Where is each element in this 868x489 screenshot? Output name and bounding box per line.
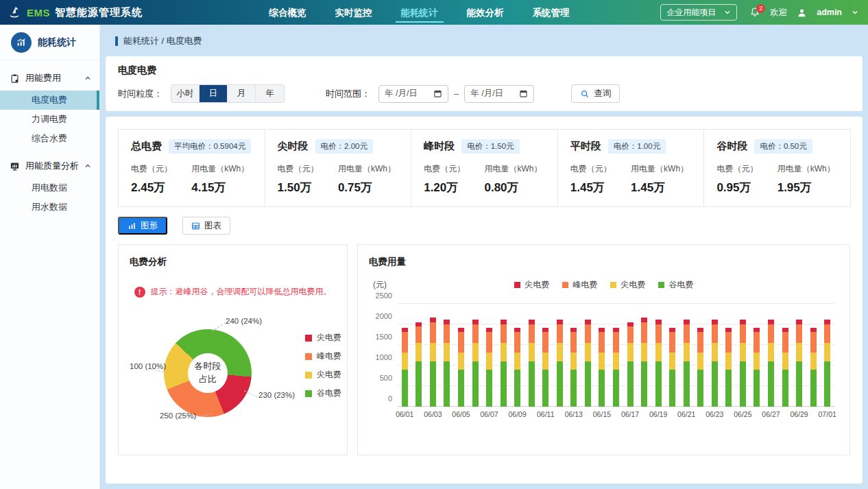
bar-segment[interactable]: [796, 343, 802, 361]
bar-segment[interactable]: [697, 370, 703, 407]
bar-stack[interactable]: [750, 304, 764, 407]
sidebar-group-fees[interactable]: 用能费用: [0, 66, 99, 91]
nav-realtime[interactable]: 实时监控: [334, 1, 374, 24]
bar-stack[interactable]: 07/01: [820, 304, 834, 407]
bar-segment[interactable]: [697, 353, 703, 370]
bar-segment[interactable]: [430, 322, 436, 343]
bar-segment[interactable]: [486, 353, 492, 370]
granularity-day-button[interactable]: 日: [200, 85, 228, 102]
bar-segment[interactable]: [430, 343, 436, 361]
bar-segment[interactable]: [501, 320, 507, 324]
bar-segment[interactable]: [444, 343, 450, 361]
bar-stack[interactable]: 06/17: [623, 304, 638, 407]
start-date-input[interactable]: 年 /月/日: [378, 85, 448, 103]
bar-stack[interactable]: [722, 304, 736, 407]
bar-segment[interactable]: [542, 370, 548, 407]
bar-segment[interactable]: [472, 343, 479, 361]
granularity-year-button[interactable]: 年: [256, 85, 284, 102]
bar-segment[interactable]: [641, 343, 647, 361]
bar-segment[interactable]: [712, 320, 718, 324]
bar-stack[interactable]: [496, 304, 511, 407]
bar-segment[interactable]: [430, 318, 436, 322]
user-menu-chevron-icon[interactable]: [852, 9, 858, 16]
bar-segment[interactable]: [754, 332, 760, 353]
bar-segment[interactable]: [501, 361, 507, 407]
bar-segment[interactable]: [472, 320, 479, 324]
bar-segment[interactable]: [585, 320, 591, 324]
bar-stack[interactable]: 06/27: [764, 304, 778, 407]
bar-segment[interactable]: [557, 361, 563, 407]
bar-segment[interactable]: [740, 324, 746, 343]
bar-segment[interactable]: [415, 361, 422, 407]
bar-segment[interactable]: [514, 370, 520, 407]
bar-segment[interactable]: [712, 361, 718, 407]
bar-segment[interactable]: [444, 324, 450, 343]
legend-item[interactable]: 谷电费: [305, 387, 341, 399]
bar-segment[interactable]: [599, 353, 605, 370]
graph-view-button[interactable]: 图形: [118, 217, 167, 235]
granularity-month-button[interactable]: 月: [228, 85, 256, 102]
bar-segment[interactable]: [402, 332, 408, 353]
bar-segment[interactable]: [613, 353, 619, 370]
bar-segment[interactable]: [796, 324, 802, 343]
bar-segment[interactable]: [529, 324, 535, 343]
bar-segment[interactable]: [458, 370, 464, 407]
bar-stack[interactable]: 06/25: [736, 304, 750, 407]
bar-stack[interactable]: 06/07: [482, 304, 496, 407]
bar-segment[interactable]: [684, 320, 690, 324]
project-select[interactable]: 企业用能项目: [660, 4, 737, 21]
nav-energy-stats[interactable]: 能耗统计: [400, 1, 439, 24]
bar-segment[interactable]: [444, 320, 450, 324]
bar-segment[interactable]: [824, 343, 830, 361]
bar-segment[interactable]: [796, 320, 802, 324]
bar-segment[interactable]: [824, 320, 830, 324]
bar-segment[interactable]: [824, 361, 830, 407]
bar-segment[interactable]: [514, 332, 520, 353]
bar-segment[interactable]: [529, 320, 535, 324]
bar-stack[interactable]: 06/15: [595, 304, 610, 407]
legend-item[interactable]: 尖电费: [514, 279, 550, 291]
bar-segment[interactable]: [740, 343, 746, 361]
bar-stack[interactable]: [525, 304, 539, 407]
bar-stack[interactable]: 06/13: [567, 304, 581, 407]
bar-segment[interactable]: [824, 324, 830, 343]
bar-stack[interactable]: 06/29: [792, 304, 806, 407]
bar-segment[interactable]: [613, 332, 619, 353]
bar-segment[interactable]: [641, 361, 647, 407]
bar-segment[interactable]: [768, 361, 774, 407]
bar-segment[interactable]: [430, 361, 436, 407]
bar-segment[interactable]: [613, 370, 619, 407]
bar-segment[interactable]: [782, 353, 788, 370]
bar-segment[interactable]: [655, 324, 662, 343]
nav-system[interactable]: 系统管理: [531, 1, 571, 24]
bar-segment[interactable]: [529, 361, 535, 407]
bar-segment[interactable]: [810, 353, 817, 370]
calendar-icon[interactable]: [519, 89, 528, 98]
bar-segment[interactable]: [641, 318, 647, 322]
search-button[interactable]: 查询: [571, 84, 620, 103]
bar-segment[interactable]: [444, 361, 450, 407]
bar-segment[interactable]: [585, 324, 591, 343]
bar-segment[interactable]: [697, 332, 703, 353]
bar-segment[interactable]: [740, 320, 746, 324]
bar-segment[interactable]: [782, 332, 788, 353]
bar-segment[interactable]: [627, 361, 634, 407]
bar-segment[interactable]: [627, 326, 634, 343]
bar-segment[interactable]: [754, 353, 760, 370]
username[interactable]: admin: [817, 8, 842, 17]
bar-stack[interactable]: [609, 304, 623, 407]
bar-stack[interactable]: [637, 304, 651, 407]
bar-stack[interactable]: [806, 304, 821, 407]
calendar-icon[interactable]: [433, 89, 442, 98]
bar-segment[interactable]: [472, 324, 479, 343]
bar-segment[interactable]: [655, 320, 662, 324]
legend-item[interactable]: 尖电费: [610, 279, 646, 291]
bar-segment[interactable]: [542, 353, 548, 370]
bar-segment[interactable]: [782, 370, 788, 407]
bar-segment[interactable]: [458, 332, 464, 353]
bar-segment[interactable]: [669, 353, 675, 370]
bar-segment[interactable]: [684, 324, 690, 343]
bar-stack[interactable]: [778, 304, 793, 407]
bar-segment[interactable]: [557, 320, 563, 324]
bar-stack[interactable]: 06/03: [426, 304, 440, 407]
